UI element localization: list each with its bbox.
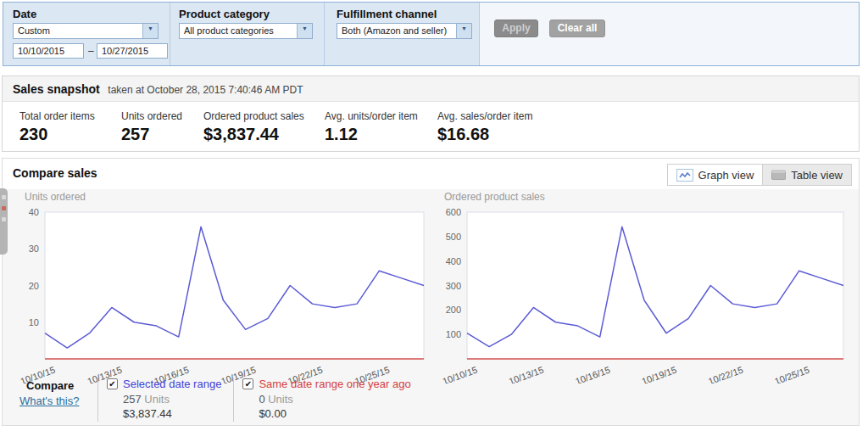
filter-panel: Date Custom 10/10/2015 – 10/27/2015 Prod…	[3, 2, 860, 66]
date-range-dropdown[interactable]: Custom	[13, 23, 159, 39]
units-ordered-chart-title: Units ordered	[25, 191, 431, 203]
svg-text:300: 300	[446, 281, 461, 291]
svg-text:40: 40	[29, 207, 39, 217]
sales-snapshot-header: Sales snapshot taken at October 28, 2015…	[3, 76, 859, 102]
stat-label: Avg. sales/order item	[437, 110, 533, 122]
product-category-label: Product category	[179, 8, 270, 20]
stat-label: Avg. units/order item	[325, 110, 418, 122]
selected-range-units: 257 Units	[107, 393, 221, 406]
ordered-product-sales-chart-title: Ordered product sales	[444, 191, 850, 203]
view-toggle: Graph view Table view	[667, 164, 852, 186]
stat-value: 257	[121, 125, 182, 144]
clear-all-button[interactable]: Clear all	[549, 20, 605, 37]
filter-divider	[324, 3, 325, 65]
fulfillment-channel-label: Fulfillment channel	[337, 8, 437, 20]
selected-range-label: Selected date range	[123, 378, 221, 390]
compare-label: Compare	[18, 379, 97, 392]
legend-item-selected-range: Selected date range 257 Units $3,837.44	[98, 378, 233, 420]
date-range-selected: Custom	[18, 25, 50, 36]
svg-text:500: 500	[446, 232, 461, 242]
tab-glyph	[2, 206, 6, 210]
svg-text:600: 600	[446, 207, 461, 217]
ordered-product-sales-plot: 10020030040050060010/10/1510/13/1510/16/…	[431, 204, 850, 383]
svg-text:10/13/15: 10/13/15	[508, 365, 545, 383]
svg-text:10: 10	[29, 317, 39, 327]
line-chart-icon	[676, 169, 693, 182]
tab-glyph	[2, 195, 6, 199]
start-date-input[interactable]: 10/10/2015	[13, 43, 84, 59]
stat-label: Ordered product sales	[203, 110, 304, 122]
compare-legend: Compare What's this? Selected date range…	[18, 378, 423, 422]
sales-snapshot-panel: Sales snapshot taken at October 28, 2015…	[2, 76, 860, 152]
tab-glyph	[2, 217, 6, 221]
stat-value: $3,837.44	[203, 125, 304, 144]
svg-text:100: 100	[446, 329, 461, 339]
stat-units-ordered: Units ordered 257	[121, 110, 182, 144]
year-ago-label: Same date range one year ago	[259, 378, 410, 390]
year-ago-sales: $0.00	[242, 407, 410, 420]
chevron-down-icon[interactable]	[456, 24, 471, 38]
stat-value: 1.12	[325, 125, 418, 144]
filter-divider	[170, 3, 170, 65]
stat-avg-units-per-order: Avg. units/order item 1.12	[325, 110, 418, 144]
fulfillment-channel-selected: Both (Amazon and seller)	[342, 25, 447, 36]
date-filter-label: Date	[13, 8, 36, 20]
stat-total-order-items: Total order items 230	[19, 110, 95, 144]
selected-range-sales: $3,837.44	[107, 407, 221, 420]
ordered-product-sales-chart: Ordered product sales 100200300400500600…	[431, 191, 850, 386]
chevron-down-icon[interactable]	[297, 24, 312, 38]
product-category-dropdown[interactable]: All product categories	[179, 23, 313, 39]
svg-text:10/25/15: 10/25/15	[773, 365, 810, 383]
sales-snapshot-title: Sales snapshot	[13, 82, 100, 96]
product-category-selected: All product categories	[184, 25, 274, 36]
year-ago-units: 0 Units	[242, 393, 410, 406]
stat-value: 230	[19, 125, 95, 144]
svg-text:200: 200	[446, 305, 461, 315]
selected-range-checkbox[interactable]	[107, 378, 118, 389]
chevron-down-icon[interactable]	[142, 24, 158, 38]
snapshot-timestamp: taken at October 28, 2015 7:40:46 AM PDT	[108, 84, 303, 96]
legend-item-year-ago: Same date range one year ago 0 Units $0.…	[234, 378, 422, 420]
stat-label: Total order items	[19, 110, 95, 122]
legend-head: Compare What's this?	[18, 378, 97, 407]
svg-text:10/10/15: 10/10/15	[441, 365, 478, 383]
apply-button[interactable]: Apply	[494, 20, 538, 37]
svg-text:30: 30	[29, 243, 39, 254]
table-view-button[interactable]: Table view	[762, 165, 851, 185]
stat-value: $16.68	[437, 125, 533, 144]
units-value: 257	[123, 393, 142, 406]
stat-avg-sales-per-order: Avg. sales/order item $16.68	[437, 110, 533, 144]
end-date-input[interactable]: 10/27/2015	[97, 43, 168, 59]
units-word: Units	[268, 393, 293, 406]
whats-this-link[interactable]: What's this?	[18, 395, 79, 407]
units-ordered-chart: Units ordered 1020304010/10/1510/13/1510…	[11, 191, 431, 386]
graph-view-label: Graph view	[698, 169, 754, 182]
date-range-separator: –	[88, 45, 94, 57]
units-ordered-plot: 1020304010/10/1510/13/1510/16/1510/19/15…	[11, 204, 431, 383]
svg-text:10/22/15: 10/22/15	[707, 365, 744, 383]
year-ago-checkbox[interactable]	[242, 378, 253, 389]
compare-sales-title: Compare sales	[13, 166, 97, 180]
table-view-label: Table view	[791, 169, 843, 182]
table-icon	[771, 170, 786, 180]
svg-text:10/19/15: 10/19/15	[640, 365, 677, 383]
stat-label: Units ordered	[121, 110, 182, 122]
units-word: Units	[144, 393, 170, 406]
svg-text:10/16/15: 10/16/15	[574, 365, 611, 383]
fulfillment-channel-dropdown[interactable]: Both (Amazon and seller)	[337, 23, 472, 39]
left-slideout-tab[interactable]	[0, 188, 8, 255]
compare-sales-panel: Compare sales Graph view Table view Unit…	[2, 158, 860, 426]
svg-text:400: 400	[446, 256, 461, 266]
svg-text:20: 20	[29, 281, 39, 291]
units-value: 0	[259, 393, 264, 406]
stat-ordered-product-sales: Ordered product sales $3,837.44	[203, 110, 304, 144]
graph-view-button[interactable]: Graph view	[668, 165, 763, 185]
